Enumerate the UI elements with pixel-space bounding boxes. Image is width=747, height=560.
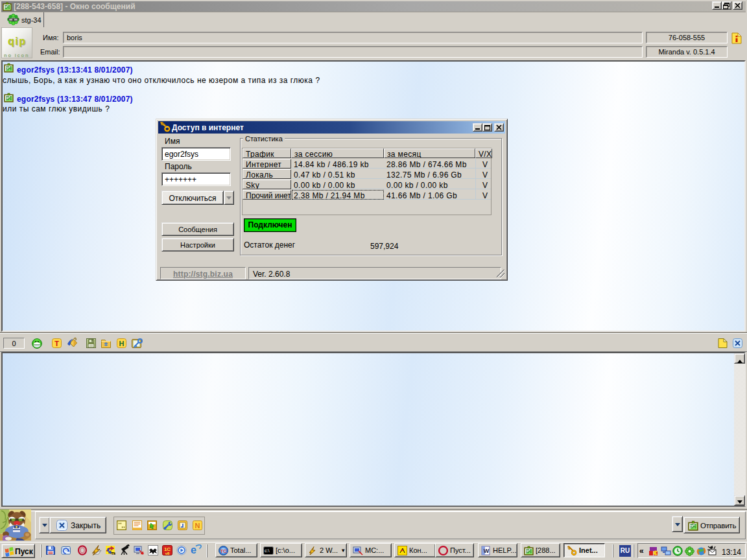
svg-text:ТМ: ТМ: [112, 552, 116, 555]
svg-text:W: W: [484, 548, 490, 554]
svg-text:N: N: [195, 522, 200, 530]
svg-text:e: e: [191, 544, 196, 555]
svg-text:TC: TC: [220, 548, 227, 554]
svg-text:H: H: [119, 340, 124, 347]
svg-text:T: T: [54, 340, 59, 347]
svg-text:v8: v8: [165, 552, 170, 555]
svg-text:c:\: c:\: [265, 548, 269, 553]
